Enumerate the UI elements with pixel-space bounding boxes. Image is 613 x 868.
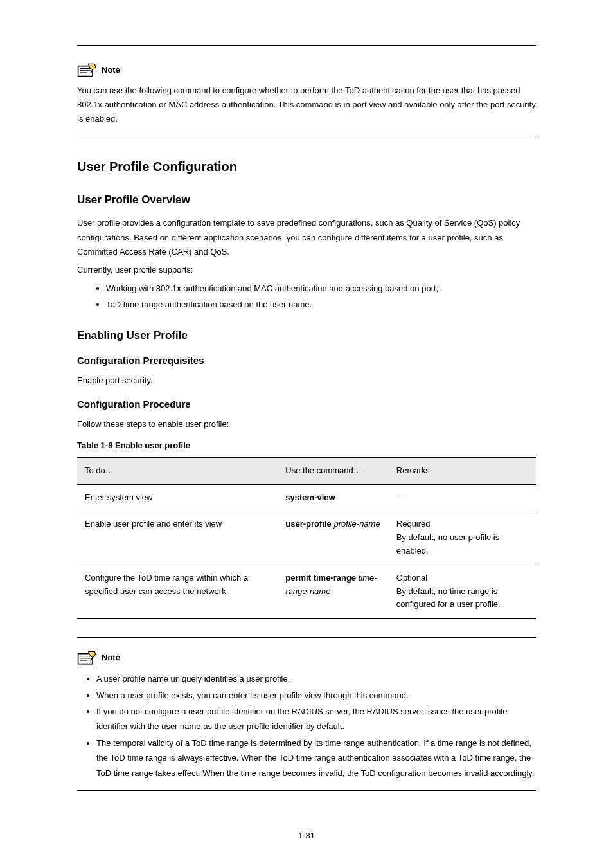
cmd-bold: system-view [285,493,335,502]
table-header-todo: To do… [77,457,278,484]
enabling-heading: Enabling User Profile [77,327,536,344]
note-top-header: Note [77,62,536,78]
overview-bullets: Working with 802.1x authentication and M… [106,281,536,312]
note-top-label: Note [102,64,120,77]
table-row: Enable user profile and enter its view u… [77,511,536,565]
table-cell-todo: Configure the ToD time range within whic… [77,565,278,619]
table-row: Configure the ToD time range within whic… [77,565,536,619]
proc-text: Follow these steps to enable user profil… [77,417,536,431]
table-cell-cmd: permit time-range time-range-name [278,565,388,619]
note-bottom-bullets: A user profile name uniquely identifies … [96,671,536,781]
note-bottom-bullet-3: If you do not configure a user profile i… [96,704,536,734]
cmd-bold: user-profile [285,519,333,529]
table-cell-todo: Enable user profile and enter its view [77,511,278,565]
note-top-text: You can use the following command to con… [77,84,536,126]
horizontal-rule-top [77,45,536,46]
horizontal-rule-after-note [77,138,536,138]
page-number: 1-31 [77,829,536,843]
horizontal-rule-after-note2 [77,790,536,791]
overview-heading: User Profile Overview [77,191,536,208]
table-row: Enter system view system-view — [77,484,536,511]
config-table: To do… Use the command… Remarks Enter sy… [77,457,536,619]
table-cell-remarks: OptionalBy default, no time range is con… [389,565,536,619]
note-bottom-label: Note [102,651,120,665]
note-top-block: Note You can use the following command t… [77,62,536,126]
cmd-italic: profile-name [333,519,380,529]
table-header-remarks: Remarks [389,457,536,484]
proc-heading: Configuration Procedure [77,397,536,412]
table-cell-todo: Enter system view [77,484,278,511]
overview-bullet-1: Working with 802.1x authentication and M… [106,281,536,296]
note-bottom-header: Note [77,649,536,666]
overview-para-2: Currently, user profile supports: [77,263,536,277]
note-icon [77,649,98,666]
prereq-heading: Configuration Prerequisites [77,353,536,368]
table-header-cmd: Use the command… [278,457,388,484]
prereq-text: Enable port security. [77,374,536,388]
cmd-bold: permit time-range [285,573,358,583]
overview-bullet-2: ToD time range authentication based on t… [106,297,536,312]
note-bottom-block: Note A user profile name uniquely identi… [77,649,536,781]
horizontal-rule-before-note2 [77,637,536,638]
table-header-row: To do… Use the command… Remarks [77,457,536,484]
note-bottom-bullet-4: The temporal validity of a ToD time rang… [96,736,536,781]
table-cell-remarks: RequiredBy default, no user profile is e… [389,511,536,565]
note-bottom-bullet-2: When a user profile exists, you can ente… [96,688,536,703]
table-caption: Table 1-8 Enable user profile [77,439,536,453]
table-cell-remarks: — [389,484,536,511]
note-icon [77,62,98,78]
table-cell-cmd: user-profile profile-name [278,511,388,565]
table-cell-cmd: system-view [278,484,388,511]
note-bottom-bullet-1: A user profile name uniquely identifies … [96,671,536,686]
overview-para-1: User profile provides a configuration te… [77,216,536,258]
section-title: User Profile Configuration [77,156,536,177]
